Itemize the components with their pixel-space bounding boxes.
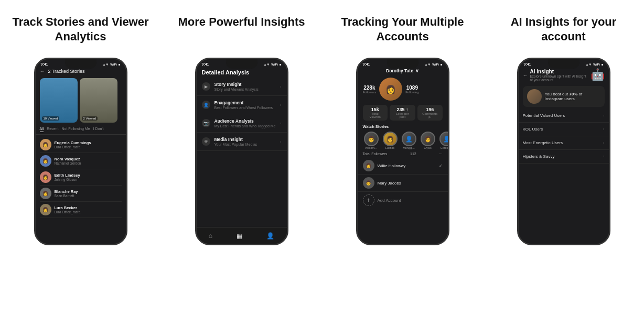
phone3-icons: ▲▼ WiFi ■ [424,63,442,66]
main-avatar: 👩 [379,78,402,101]
menu-audience[interactable]: 📷 Audience Analysis My Best Friends and … [197,114,287,133]
phone1-icons: ▲▼ WiFi ■ [102,63,120,66]
beat-text: You beat out 70% of Instagram users [545,92,600,101]
user-name: Nora Vasquez [55,157,81,161]
watcher-avatar: 👩 [383,132,398,146]
followers-lbl: Followers [363,91,377,94]
audience-icon: 📷 [202,119,210,127]
tab-idont[interactable]: I Don't [93,127,104,132]
bottom-navigation: ⌂ ▦ 👤 [197,227,287,244]
ai-section-sub: Explore unknown spirit with AI Insight o… [530,74,588,82]
menu-item-sub: My Best Friends and Who Tagged Me [214,124,276,128]
phone2-time: 9:41 [202,62,209,66]
panel4-title: AI Insights for your account [492,15,635,48]
user-sub: Sean Barnett [55,194,78,198]
chevron-right-icon: › [603,154,605,159]
menu-item-title: Media Insight [214,137,257,142]
menu-item-sub: Your Most Popular Medias [214,143,257,146]
user-sub: Johnny Gibson [55,178,80,181]
watcher-circles: 👨 William... 👩 Lueflas 👤 Monggi... 👩 Cly… [358,131,448,150]
account-name: Dorothy Tate [386,68,413,73]
phone3-time: 9:41 [363,62,370,66]
signal-icon: ▲▼ [263,63,270,66]
phone1-tracked-title: 2 Tracked Stories [48,69,85,74]
chevron-right-icon: › [603,127,605,132]
story-thumb-2[interactable]: 2 Viewed [80,78,117,123]
followers-label: Total Followers [363,152,388,156]
add-circle-icon: + [363,194,374,206]
battery-icon: ■ [280,63,282,66]
home-icon[interactable]: ⌂ [209,232,212,240]
menu-label: Potential Valued Users [523,113,565,118]
watcher-item: 👤 Cordiec... [438,132,448,149]
story1-label: 10 Viewed [42,116,60,121]
menu-label: Most Energetic Users [523,140,563,145]
menu-potential-users[interactable]: Potential Valued Users › [519,109,609,123]
account-avatar: 👩 [363,160,374,171]
wifi-icon: WiFi [271,63,278,66]
user-item[interactable]: 👩 Lura Becker Lura Office_racfa [40,202,122,218]
chart-icon[interactable]: ▦ [237,232,242,240]
phone1-tabs: All Recent Not Following Me I Don't [36,125,126,135]
tab-not-following[interactable]: Not Following Me [61,127,90,132]
menu-engagement[interactable]: 👤 Enagagement Best Followers and Worst F… [197,96,287,114]
stories-row: 10 Viewed 2 Viewed [36,76,126,125]
phone3-notch [387,59,418,69]
user-info-lura: Lura Becker Lura Office_racfa [55,205,81,214]
watcher-avatar: 👨 [364,132,379,146]
phone4-time: 9:41 [524,62,531,66]
menu-story-insight[interactable]: ▶ Story Insight Story and Viewers Analys… [197,78,287,96]
phone3-screen: 9:41 ▲▼ WiFi ■ Dorothy Tate ∨ 228k Follo… [358,59,448,244]
battery-icon: ■ [602,63,604,66]
chevron-right-icon: › [603,140,605,145]
menu-item-sub: Story and Viewers Analysis [214,88,259,91]
stat-likes: 235 ↑ Likes per post [390,105,415,121]
back-icon[interactable]: ← [523,72,528,78]
media-icon: 👁 [202,137,210,146]
back-icon[interactable]: ← [40,68,45,74]
user-item[interactable]: 👩 Eugenia Cummings Lura Office_racfa [40,137,122,153]
menu-hipsters[interactable]: Hipsters & Savvy › [519,150,609,164]
account-row-mary[interactable]: 👨 Mary Jacobs [358,175,448,192]
signal-icon: ▲▼ [424,63,431,66]
signal-icon: ▲▼ [585,63,592,66]
beat-box: You beat out 70% of Instagram users [523,86,605,107]
panel-track-stories: Track Stories and Viewer Analytics 9:41 … [0,0,161,326]
panel1-title: Track Stories and Viewer Analytics [9,15,152,48]
profile-icon[interactable]: 👤 [266,232,274,240]
following-lbl: Following [405,91,418,94]
story2-label: 2 Viewed [82,116,98,121]
watcher-avatar: 👩 [421,132,435,146]
avatar-blanche: 👩 [40,188,51,199]
menu-label: Hipsters & Savvy [523,154,555,159]
following-val: 1089 [405,85,418,91]
menu-item-title: Story Insight [214,82,259,87]
user-sub: Nathaniel Gordon [55,161,81,165]
stat-comments: 196 Comments p. [417,105,443,121]
watcher-item: 👤 Monggi... [401,132,417,149]
phone2-section-title: Detailed Analysis [197,67,287,78]
wifi-icon: WiFi [110,63,117,66]
add-account-row[interactable]: + Add Account [358,192,448,209]
battery-icon: ■ [441,63,443,66]
main-stats: 228k Followers 👩 1089 Following [358,75,448,103]
chevron-right-icon: › [280,84,282,89]
story-thumb-1[interactable]: 10 Viewed [40,78,78,123]
user-item[interactable]: 👩 Blanche Ray Sean Barnett [40,186,122,202]
menu-energetic-users[interactable]: Most Energetic Users › [519,136,609,150]
tab-all[interactable]: All [40,127,44,132]
tab-recent[interactable]: Recent [47,127,58,132]
phone2-notch [226,59,257,69]
menu-kol-users[interactable]: KOL Users › [519,123,609,136]
phone1-time: 9:41 [41,62,48,66]
user-item[interactable]: 👩 Edith Lindsey Johnny Gibson [40,169,122,186]
user-item[interactable]: 👩 Nora Vasquez Nathaniel Gordon [40,153,122,169]
account-row-willie[interactable]: 👩 Willie Holloway ✓ [358,157,448,175]
checkmark-icon: ✓ [439,164,443,168]
user-sub: Lura Office_racfa [55,210,81,214]
avatar-nora: 👩 [40,155,51,167]
user-name: Lura Becker [55,205,81,210]
panel3-title: Tracking Your Multiple Accounts [331,15,474,48]
wifi-icon: WiFi [432,63,439,66]
menu-media[interactable]: 👁 Media Insight Your Most Popular Medias… [197,133,287,151]
